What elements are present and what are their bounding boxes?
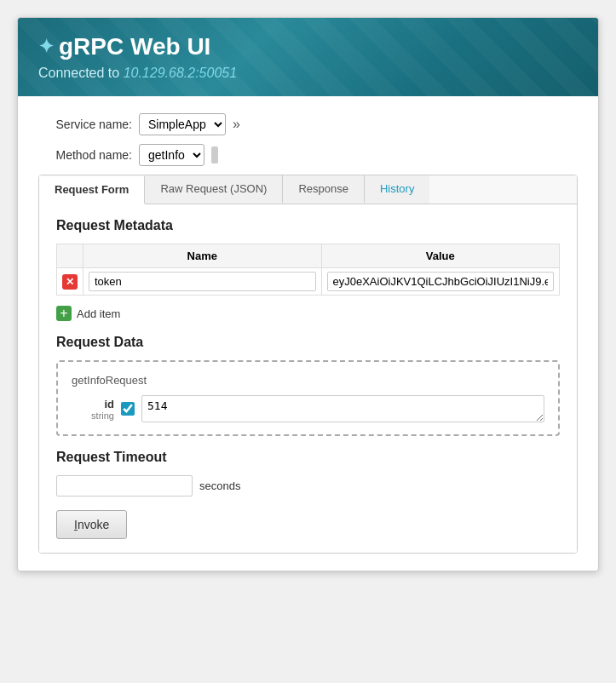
tab-request-form[interactable]: Request Form xyxy=(39,176,145,204)
method-name-row: Method name: getInfo xyxy=(38,144,578,166)
tab-history[interactable]: History xyxy=(365,175,429,204)
ip-address: 10.129.68.2:50051 xyxy=(124,66,237,80)
field-checkbox[interactable] xyxy=(121,402,135,416)
metadata-value-input[interactable] xyxy=(327,272,555,291)
arrow-icon: » xyxy=(233,117,240,132)
field-type-label: string xyxy=(72,410,114,421)
request-metadata-title: Request Metadata xyxy=(56,218,560,233)
metadata-name-input[interactable] xyxy=(89,272,316,291)
header: ✦ gRPC Web UI Connected to 10.129.68.2:5… xyxy=(18,18,598,96)
connected-label: Connected to xyxy=(38,66,124,80)
timeout-input[interactable] xyxy=(56,475,193,496)
col-value-header: Value xyxy=(321,244,560,268)
add-metadata-button[interactable]: + xyxy=(56,306,72,321)
app-title: gRPC Web UI xyxy=(59,33,210,60)
tab-response[interactable]: Response xyxy=(283,175,365,204)
add-item-row: + Add item xyxy=(56,306,560,321)
request-type-label: getInfoRequest xyxy=(72,374,544,387)
service-name-row: Service name: SimpleApp » xyxy=(38,113,578,135)
field-type-labels: id string xyxy=(72,398,114,421)
content-area: Service name: SimpleApp » Method name: g… xyxy=(18,96,598,571)
grpc-icon: ✦ xyxy=(38,36,54,58)
field-name-label: id xyxy=(72,398,114,410)
request-data-box: getInfoRequest id string 514 xyxy=(56,360,560,436)
header-title: ✦ gRPC Web UI xyxy=(38,33,578,60)
metadata-row: ✕ xyxy=(57,268,560,296)
invoke-rest: nvoke xyxy=(78,518,109,531)
tabs-container: Request Form Raw Request (JSON) Response… xyxy=(38,175,578,554)
header-subtitle: Connected to 10.129.68.2:50051 xyxy=(38,66,578,81)
add-item-label: Add item xyxy=(77,307,120,320)
metadata-table: Name Value ✕ xyxy=(56,244,560,296)
app-container: ✦ gRPC Web UI Connected to 10.129.68.2:5… xyxy=(17,17,599,571)
tab-raw-request[interactable]: Raw Request (JSON) xyxy=(145,175,283,204)
collapse-handle[interactable] xyxy=(211,146,218,164)
tab-content-request-form: Request Metadata Name Value ✕ xyxy=(39,204,577,553)
timeout-suffix: seconds xyxy=(199,479,240,492)
request-timeout-title: Request Timeout xyxy=(56,450,560,465)
service-select[interactable]: SimpleApp xyxy=(139,113,226,135)
service-label: Service name: xyxy=(38,118,132,131)
request-field-row: id string 514 xyxy=(72,395,544,422)
invoke-button[interactable]: Invoke xyxy=(56,510,127,539)
remove-metadata-button[interactable]: ✕ xyxy=(62,274,78,290)
request-data-title: Request Data xyxy=(56,335,560,350)
col-name-header: Name xyxy=(83,244,322,268)
timeout-row: seconds xyxy=(56,475,560,496)
tabs-header: Request Form Raw Request (JSON) Response… xyxy=(39,175,577,204)
col-action xyxy=(57,244,83,268)
method-label: Method name: xyxy=(38,148,132,162)
field-value-input[interactable]: 514 xyxy=(141,395,544,422)
method-select[interactable]: getInfo xyxy=(139,144,204,166)
